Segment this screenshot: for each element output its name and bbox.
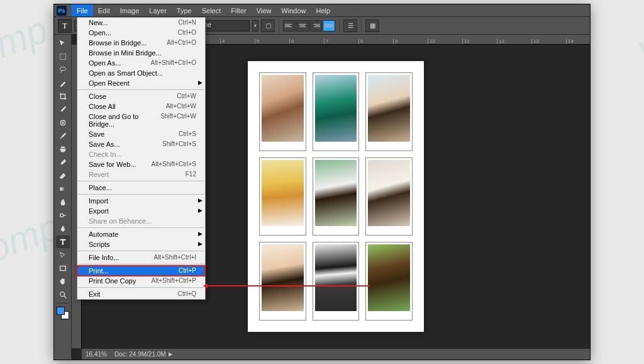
menu-item-browse-in-bridge[interactable]: Browse in Bridge...Alt+Ctrl+O	[77, 38, 205, 48]
polaroid-frame[interactable]	[313, 242, 360, 321]
document[interactable]	[248, 61, 424, 332]
eyedropper-tool[interactable]	[56, 103, 70, 116]
move-tool[interactable]	[56, 37, 70, 50]
magic-wand-tool[interactable]	[56, 77, 70, 89]
brush-tool[interactable]	[56, 130, 70, 142]
menu-item-scripts[interactable]: Scripts▶	[77, 239, 205, 249]
polaroid-frame[interactable]	[259, 72, 306, 151]
caps-dropdown[interactable]: ▾	[252, 20, 258, 31]
polaroid-frame[interactable]	[365, 72, 413, 151]
menu-item-label: Save	[89, 130, 104, 138]
path-selection-tool[interactable]	[56, 249, 70, 261]
menu-help[interactable]: Help	[311, 4, 335, 16]
menu-item-open[interactable]: Open...Ctrl+O	[77, 28, 205, 38]
blur-tool[interactable]	[56, 196, 70, 208]
tool-preset-icon[interactable]: T	[58, 19, 72, 33]
menu-select[interactable]: Select	[197, 4, 226, 16]
ruler-tick: 7	[324, 38, 328, 45]
menu-item-export[interactable]: Export▶	[77, 206, 205, 216]
menu-item-shortcut: Alt+Shift+Ctrl+P	[152, 277, 196, 285]
menu-filter[interactable]: Filter	[226, 4, 251, 16]
extra-options-button[interactable]: ▦	[365, 20, 379, 32]
type-tool[interactable]	[56, 236, 70, 248]
menu-item-label: Automate	[89, 230, 118, 238]
history-brush-tool[interactable]	[56, 156, 70, 169]
menu-item-exit[interactable]: ExitCtrl+Q	[77, 289, 205, 299]
submenu-arrow-icon: ▶	[198, 79, 203, 86]
marquee-tool[interactable]	[56, 50, 70, 63]
menu-layer[interactable]: Layer	[144, 4, 172, 16]
zoom-level[interactable]: 16.41%	[86, 351, 107, 358]
menu-item-shortcut: Alt+Ctrl+O	[167, 39, 196, 47]
menu-item-import[interactable]: Import▶	[77, 196, 205, 206]
menu-item-shortcut: Ctrl+Q	[178, 290, 196, 298]
menu-item-browse-in-mini-bridge[interactable]: Browse in Mini Bridge...	[77, 48, 205, 58]
menu-item-close[interactable]: CloseCtrl+W	[77, 91, 205, 101]
zoom-tool[interactable]	[56, 288, 70, 301]
polaroid-frame[interactable]	[365, 157, 413, 236]
menu-item-close-and-go-to-bridge[interactable]: Close and Go to Bridge...Shift+Ctrl+W	[77, 111, 205, 129]
menu-item-label: Import	[89, 197, 108, 205]
ruler-tick: 5	[255, 38, 259, 45]
align-justify-button[interactable]	[323, 20, 335, 31]
align-center-button[interactable]	[296, 20, 309, 31]
menu-item-open-as[interactable]: Open As...Alt+Shift+Ctrl+O	[77, 58, 205, 68]
menu-item-label: Browse in Bridge...	[89, 39, 147, 47]
align-right-button[interactable]	[309, 20, 322, 31]
menu-item-print[interactable]: Print...Ctrl+P	[77, 266, 205, 276]
dodge-tool[interactable]	[56, 209, 70, 222]
polaroid-frame[interactable]	[365, 242, 413, 321]
menu-item-label: Save As...	[89, 140, 120, 148]
foreground-color-swatch[interactable]	[57, 307, 65, 315]
path-operations[interactable]: ▢	[261, 20, 275, 32]
rectangle-tool[interactable]	[56, 262, 70, 275]
polaroid-frame[interactable]	[259, 242, 306, 321]
menu-item-shortcut: Shift+Ctrl+W	[160, 113, 196, 128]
clone-stamp-tool[interactable]	[56, 143, 70, 156]
polaroid-frame[interactable]	[259, 157, 306, 236]
status-menu-arrow[interactable]: ▶	[169, 351, 172, 357]
menu-item-place[interactable]: Place...	[77, 183, 205, 193]
menu-item-open-recent[interactable]: Open Recent▶	[77, 78, 205, 88]
color-swatches[interactable]	[57, 307, 69, 319]
menu-item-file-info[interactable]: File Info...Alt+Shift+Ctrl+I	[77, 253, 205, 263]
pen-tool[interactable]	[56, 222, 70, 235]
polaroid-frame[interactable]	[313, 157, 360, 236]
photo	[315, 244, 357, 311]
menu-item-shortcut: Shift+Ctrl+S	[162, 140, 196, 148]
gradient-tool[interactable]	[56, 183, 70, 195]
polaroid-frame[interactable]	[313, 72, 360, 151]
menu-item-open-as-smart-object[interactable]: Open as Smart Object...	[77, 68, 205, 78]
menu-item-label: New...	[89, 19, 108, 26]
menu-view[interactable]: View	[252, 4, 277, 16]
align-left-button[interactable]	[283, 20, 296, 31]
menu-window[interactable]: Window	[276, 4, 311, 16]
arrange-button[interactable]: ☰	[343, 20, 357, 32]
menu-item-shortcut: F12	[186, 171, 196, 178]
menu-image[interactable]: Image	[115, 4, 145, 16]
crop-tool[interactable]	[56, 90, 70, 103]
lasso-tool[interactable]	[56, 64, 70, 76]
menu-item-share-on-behance: Share on Behance...	[77, 216, 205, 226]
menu-item-label: Open...	[89, 29, 111, 37]
file-menu-dropdown: New...Ctrl+NOpen...Ctrl+OBrowse in Bridg…	[77, 17, 206, 300]
photo	[368, 160, 410, 227]
healing-tool[interactable]	[56, 117, 70, 129]
ruler-tick: 12	[497, 38, 504, 45]
menu-item-save-as[interactable]: Save As...Shift+Ctrl+S	[77, 139, 205, 149]
menu-item-save-for-web[interactable]: Save for Web...Alt+Shift+Ctrl+S	[77, 159, 205, 169]
menu-item-save[interactable]: SaveCtrl+S	[77, 129, 205, 139]
menu-file[interactable]: File	[72, 4, 93, 16]
menu-item-shortcut: Alt+Shift+Ctrl+I	[153, 254, 196, 261]
menu-bar: Ps File Edit Image Layer Type Select Fil…	[54, 4, 590, 17]
menu-type[interactable]: Type	[172, 4, 197, 16]
menu-item-print-one-copy[interactable]: Print One CopyAlt+Shift+Ctrl+P	[77, 276, 205, 286]
menu-item-label: Export	[89, 207, 109, 215]
hand-tool[interactable]	[56, 275, 70, 288]
menu-item-new[interactable]: New...Ctrl+N	[77, 18, 205, 28]
menu-edit[interactable]: Edit	[93, 4, 115, 16]
eraser-tool[interactable]	[56, 169, 70, 182]
tools-panel	[54, 35, 72, 360]
menu-item-close-all[interactable]: Close AllAlt+Ctrl+W	[77, 101, 205, 111]
menu-item-automate[interactable]: Automate▶	[77, 229, 205, 239]
